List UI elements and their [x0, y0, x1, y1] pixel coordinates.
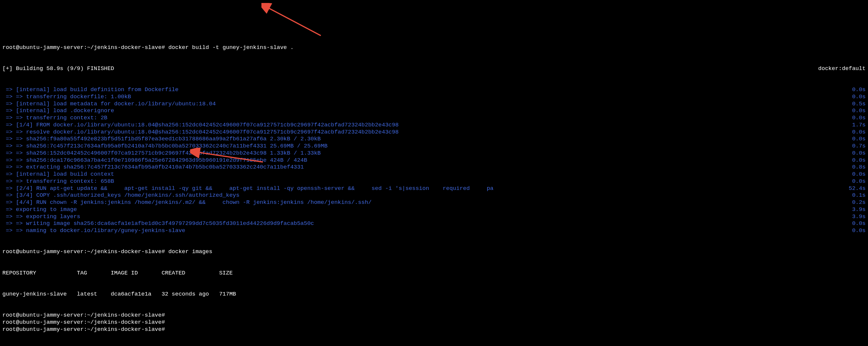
images-table-row: guney-jenkins-slave latest dca6acfa1e1a … — [2, 291, 866, 298]
build-step-text: => [3/4] COPY .ssh/authorized_keys /home… — [2, 192, 846, 199]
command-text: docker build -t guney-jenkins-slave . — [168, 44, 294, 51]
build-step-text: => [internal] load metadata for docker.i… — [2, 101, 846, 108]
build-step-time: 0.2s — [846, 199, 866, 206]
build-step-line: => => transferring dockerfile: 1.00kB0.0… — [2, 94, 866, 101]
shell-prompt: root@ubuntu-jammy-server:~/jenkins-docke… — [2, 326, 866, 333]
build-step-time: 52.4s — [843, 185, 866, 192]
build-step-time: 0.0s — [846, 157, 866, 164]
build-step-line: => [3/4] COPY .ssh/authorized_keys /home… — [2, 192, 866, 199]
build-step-line: => [4/4] RUN chown -R jenkins:jenkins /h… — [2, 199, 866, 206]
build-step-line: => => resolve docker.io/library/ubuntu:1… — [2, 129, 866, 136]
build-step-time: 0.0s — [846, 107, 866, 114]
build-step-text: => => transferring dockerfile: 1.00kB — [2, 94, 846, 101]
build-step-time: 0.0s — [846, 136, 866, 143]
command-text: docker images — [168, 248, 212, 255]
build-step-text: => => naming to docker.io/library/guney-… — [2, 227, 846, 235]
build-step-line: => => sha256:7c457f213c7634afb95a0fb2410… — [2, 143, 866, 150]
shell-prompt: root@ubuntu-jammy-server:~/jenkins-docke… — [2, 248, 165, 255]
images-table-header: REPOSITORY TAG IMAGE ID CREATED SIZE — [2, 270, 866, 277]
table-header-line: REPOSITORY TAG IMAGE ID CREATED SIZE — [2, 270, 866, 277]
build-step-time: 0.0s — [846, 150, 866, 157]
build-step-text: => exporting to image — [2, 206, 846, 213]
build-step-line: => [internal] load build context0.0s — [2, 171, 866, 178]
build-step-text: => => resolve docker.io/library/ubuntu:1… — [2, 129, 846, 136]
build-step-text: => => exporting layers — [2, 213, 846, 220]
build-step-text: => => sha256:7c457f213c7634afb95a0fb2410… — [2, 143, 846, 150]
build-step-text: => [internal] load .dockerignore — [2, 107, 846, 114]
build-step-time: 0.1s — [846, 192, 866, 199]
build-step-line: => => writing image sha256:dca6acfa1e1af… — [2, 220, 866, 227]
build-step-time: 1.7s — [846, 122, 866, 129]
build-step-text: => => extracting sha256:7c457f213c7634af… — [2, 164, 846, 171]
build-step-time: 0.0s — [846, 114, 866, 122]
build-step-text: => => sha256:dca176c9663a7ba4c1f0e710986… — [2, 157, 846, 164]
terminal-output: root@ubuntu-jammy-server:~/jenkins-docke… — [2, 30, 866, 340]
shell-prompt: root@ubuntu-jammy-server:~/jenkins-docke… — [2, 44, 165, 51]
building-status: [+] Building 58.9s (9/9) FINISHED — [2, 65, 812, 72]
prompt-line-2: root@ubuntu-jammy-server:~/jenkins-docke… — [2, 248, 866, 255]
build-step-time: 0.0s — [846, 178, 866, 185]
build-step-line: => exporting to image3.9s — [2, 206, 866, 213]
build-step-time: 0.0s — [846, 171, 866, 178]
build-step-line: => => exporting layers3.9s — [2, 213, 866, 220]
build-step-text: => [2/4] RUN apt-get update && apt-get i… — [2, 185, 843, 192]
empty-prompt-line: root@ubuntu-jammy-server:~/jenkins-docke… — [2, 326, 866, 333]
build-step-line: => => transferring context: 658B0.0s — [2, 178, 866, 185]
build-step-line: => [1/4] FROM docker.io/library/ubuntu:1… — [2, 122, 866, 129]
building-status-line: [+] Building 58.9s (9/9) FINISHED docker… — [2, 65, 866, 72]
build-step-line: => => transferring context: 2B0.0s — [2, 114, 866, 122]
prompt-line-1: root@ubuntu-jammy-server:~/jenkins-docke… — [2, 44, 866, 51]
docker-context: docker:default — [812, 65, 866, 72]
build-steps: => [internal] load build definition from… — [2, 86, 866, 235]
build-step-time: 0.0s — [846, 227, 866, 235]
build-step-line: => [internal] load build definition from… — [2, 86, 866, 94]
build-step-text: => [4/4] RUN chown -R jenkins:jenkins /h… — [2, 199, 846, 206]
build-step-line: => => naming to docker.io/library/guney-… — [2, 227, 866, 235]
build-step-text: => => transferring context: 658B — [2, 178, 846, 185]
build-step-line: => => sha256:f9a80a55f492e823bf5d51f1bd5… — [2, 136, 866, 143]
build-step-line: => => extracting sha256:7c457f213c7634af… — [2, 164, 866, 171]
empty-prompt-line: root@ubuntu-jammy-server:~/jenkins-docke… — [2, 312, 866, 319]
build-step-line: => => sha256:dca176c9663a7ba4c1f0e710986… — [2, 157, 866, 164]
build-step-time: 0.0s — [846, 129, 866, 136]
table-row-line: guney-jenkins-slave latest dca6acfa1e1a … — [2, 291, 866, 298]
build-step-text: => [internal] load build context — [2, 171, 846, 178]
empty-prompts: root@ubuntu-jammy-server:~/jenkins-docke… — [2, 312, 866, 333]
build-step-time: 0.0s — [846, 220, 866, 227]
build-step-time: 3.9s — [846, 206, 866, 213]
shell-prompt: root@ubuntu-jammy-server:~/jenkins-docke… — [2, 312, 866, 319]
build-step-time: 0.5s — [846, 101, 866, 108]
build-step-time: 0.8s — [846, 164, 866, 171]
build-step-text: => [1/4] FROM docker.io/library/ubuntu:1… — [2, 122, 846, 129]
build-step-text: => => writing image sha256:dca6acfa1e1af… — [2, 220, 846, 227]
build-step-line: => [internal] load metadata for docker.i… — [2, 101, 866, 108]
build-step-line: => => sha256:152dc042452c496007f07ca9127… — [2, 150, 866, 157]
build-step-line: => [internal] load .dockerignore0.0s — [2, 107, 866, 114]
build-step-text: => => sha256:152dc042452c496007f07ca9127… — [2, 150, 846, 157]
build-step-time: 0.0s — [846, 94, 866, 101]
build-step-time: 3.9s — [846, 213, 866, 220]
build-step-line: => [2/4] RUN apt-get update && apt-get i… — [2, 185, 866, 192]
build-step-text: => => transferring context: 2B — [2, 114, 846, 122]
build-step-time: 0.7s — [846, 143, 866, 150]
build-step-text: => [internal] load build definition from… — [2, 86, 846, 94]
shell-prompt: root@ubuntu-jammy-server:~/jenkins-docke… — [2, 319, 866, 326]
build-step-text: => => sha256:f9a80a55f492e823bf5d51f1bd5… — [2, 136, 846, 143]
build-step-time: 0.0s — [846, 86, 866, 94]
empty-prompt-line: root@ubuntu-jammy-server:~/jenkins-docke… — [2, 319, 866, 326]
